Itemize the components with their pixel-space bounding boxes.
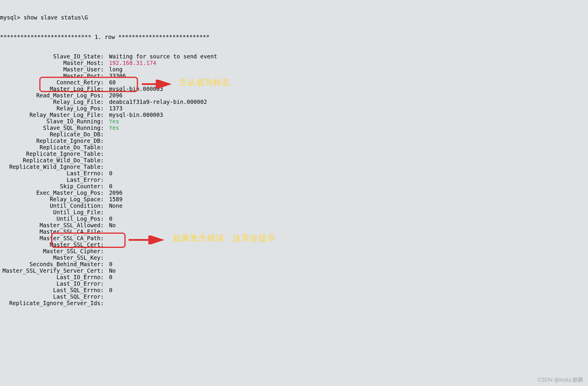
status-value: Yes bbox=[109, 125, 119, 131]
status-value: 0 bbox=[109, 215, 112, 222]
status-label: Until_Log_File bbox=[0, 209, 100, 215]
status-value: 60 bbox=[109, 79, 116, 86]
status-row: Master_SSL_Allowed: No bbox=[0, 222, 588, 228]
status-row: Replicate_Wild_Do_Table: bbox=[0, 157, 588, 163]
colon: : bbox=[100, 118, 109, 125]
command-line: mysql> show slave status\G bbox=[0, 14, 588, 21]
colon: : bbox=[100, 151, 109, 157]
status-row: Last_Error: bbox=[0, 176, 588, 183]
colon: : bbox=[100, 131, 109, 138]
colon: : bbox=[100, 189, 109, 196]
colon: : bbox=[100, 274, 109, 280]
colon: : bbox=[100, 170, 109, 176]
colon: : bbox=[100, 215, 109, 222]
status-row: Connect_Retry: 60 bbox=[0, 79, 588, 86]
status-value: No bbox=[109, 222, 116, 228]
status-value: deabca1f31a9-relay-bin.000002 bbox=[109, 99, 207, 105]
status-row: Master_Port: 33306 bbox=[0, 73, 588, 79]
colon: : bbox=[100, 138, 109, 144]
status-row: Read_Master_Log_Pos: 2096 bbox=[0, 92, 588, 99]
colon: : bbox=[100, 79, 109, 86]
status-row: Replicate_Wild_Ignore_Table: bbox=[0, 163, 588, 170]
status-label: Replicate_Ignore_DB bbox=[0, 138, 100, 144]
status-row: Last_Errno: 0 bbox=[0, 170, 588, 176]
status-row: Last_IO_Errno: 0 bbox=[0, 274, 588, 280]
status-label: Replicate_Ignore_Table bbox=[0, 151, 100, 157]
colon: : bbox=[100, 99, 109, 105]
status-label: Relay_Log_File bbox=[0, 99, 100, 105]
status-value: No bbox=[109, 267, 116, 274]
status-label: Relay_Log_Pos bbox=[0, 105, 100, 112]
status-label: Slave_SQL_Running bbox=[0, 125, 100, 131]
status-label: Master_SSL_Cert bbox=[0, 241, 100, 248]
status-label: Master_SSL_Verify_Server_Cert bbox=[0, 267, 100, 274]
colon: : bbox=[100, 176, 109, 183]
prompt: mysql> bbox=[0, 14, 24, 21]
colon: : bbox=[100, 235, 109, 241]
status-label: Replicate_Wild_Ignore_Table bbox=[0, 163, 100, 170]
colon: : bbox=[100, 157, 109, 163]
status-label: Seconds_Behind_Master bbox=[0, 261, 100, 267]
status-value: 2096 bbox=[109, 92, 123, 99]
status-label: Master_Log_File bbox=[0, 86, 100, 92]
status-label: Last_IO_Errno bbox=[0, 274, 100, 280]
watermark: CSDN @lucky.麒麟 bbox=[537, 377, 583, 383]
status-row: Master_SSL_Verify_Server_Cert: No bbox=[0, 267, 588, 274]
status-row: Master_Host: 192.168.31.174 bbox=[0, 60, 588, 66]
status-label: Master_SSL_Allowed bbox=[0, 222, 100, 228]
status-label: Until_Condition bbox=[0, 202, 100, 209]
status-row: Master_SSL_Cert: bbox=[0, 241, 588, 248]
status-label: Replicate_Wild_Do_Table bbox=[0, 157, 100, 163]
status-label: Last_Errno bbox=[0, 170, 100, 176]
colon: : bbox=[100, 105, 109, 112]
status-row: Last_IO_Error: bbox=[0, 280, 588, 287]
colon: : bbox=[100, 73, 109, 79]
status-row: Replicate_Ignore_Server_Ids: bbox=[0, 300, 588, 306]
status-row: Master_SSL_Cipher: bbox=[0, 248, 588, 254]
status-label: Master_SSL_Cipher bbox=[0, 248, 100, 254]
status-value: 1589 bbox=[109, 196, 123, 202]
status-label: Replicate_Ignore_Server_Ids bbox=[0, 300, 100, 306]
status-row: Last_SQL_Error: bbox=[0, 293, 588, 300]
colon: : bbox=[100, 125, 109, 131]
status-label: Master_SSL_CA_Path bbox=[0, 235, 100, 241]
row-header: *************************** 1. row *****… bbox=[0, 34, 588, 40]
status-label: Skip_Counter bbox=[0, 183, 100, 189]
status-label: Last_Error bbox=[0, 176, 100, 183]
colon: : bbox=[100, 300, 109, 306]
status-row: Last_SQL_Errno: 0 bbox=[0, 287, 588, 293]
status-row: Until_Condition: None bbox=[0, 202, 588, 209]
status-row: Replicate_Ignore_DB: bbox=[0, 138, 588, 144]
status-label: Master_SSL_CA_File bbox=[0, 228, 100, 235]
colon: : bbox=[100, 287, 109, 293]
colon: : bbox=[100, 267, 109, 274]
colon: : bbox=[100, 241, 109, 248]
colon: : bbox=[100, 254, 109, 261]
status-label: Last_SQL_Error bbox=[0, 293, 100, 300]
status-row: Master_SSL_CA_Path: bbox=[0, 235, 588, 241]
status-label: Exec_Master_Log_Pos bbox=[0, 189, 100, 196]
colon: : bbox=[100, 202, 109, 209]
status-row: Replicate_Do_DB: bbox=[0, 131, 588, 138]
status-label: Connect_Retry bbox=[0, 79, 100, 86]
colon: : bbox=[100, 92, 109, 99]
colon: : bbox=[100, 248, 109, 254]
status-value: mysql-bin.000003 bbox=[109, 86, 163, 92]
status-value: 0 bbox=[109, 287, 112, 293]
status-value: None bbox=[109, 202, 123, 209]
status-label: Last_IO_Error bbox=[0, 280, 100, 287]
status-row: Slave_SQL_Running: Yes bbox=[0, 125, 588, 131]
status-row: Skip_Counter: 0 bbox=[0, 183, 588, 189]
colon: : bbox=[100, 86, 109, 92]
colon: : bbox=[100, 144, 109, 151]
status-row: Until_Log_File: bbox=[0, 209, 588, 215]
colon: : bbox=[100, 261, 109, 267]
status-label: Slave_IO_State bbox=[0, 53, 100, 60]
status-label: Relay_Log_Space bbox=[0, 196, 100, 202]
status-row: Slave_IO_State: Waiting for source to se… bbox=[0, 53, 588, 60]
status-label: Read_Master_Log_Pos bbox=[0, 92, 100, 99]
status-value: 0 bbox=[109, 170, 112, 176]
status-value: mysql-bin.000003 bbox=[109, 112, 163, 118]
status-value: long bbox=[109, 66, 123, 73]
status-row: Relay_Log_File: deabca1f31a9-relay-bin.0… bbox=[0, 99, 588, 105]
